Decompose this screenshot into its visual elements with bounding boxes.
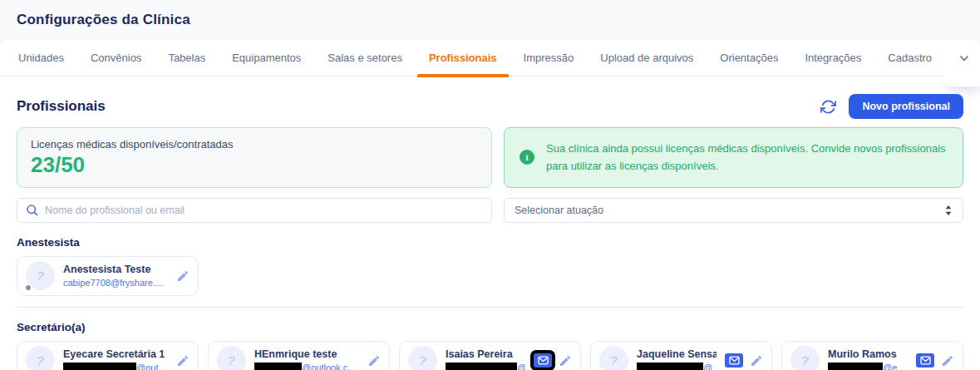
redacted-email-prefix [254, 363, 302, 370]
tab-equipamentos[interactable]: Equipamentos [232, 40, 301, 76]
professional-name: Jaqueline Sensacao [637, 348, 717, 360]
card-actions [367, 354, 381, 368]
section-header: Profissionais Novo profissional [17, 94, 963, 119]
tab-upload-de-arquivos[interactable]: Upload de arquivos [600, 40, 693, 76]
professional-card[interactable]: ?Jaqueline Sensacao@gmail.com [590, 341, 772, 370]
email-text: @eyecarehealth.... [517, 363, 525, 370]
page-header: Configurações da Clínica [0, 0, 980, 40]
professional-email: @outlook.com.br [254, 363, 359, 370]
avatar: ? [217, 346, 246, 370]
professional-name: Murilo Ramos [828, 348, 908, 360]
section-divider [17, 307, 963, 308]
settings-panel: UnidadesConvêniosTabelasEquipamentosSala… [0, 40, 980, 370]
tab-cadastro[interactable]: Cadastro [888, 40, 932, 76]
licenses-value: 23/50 [31, 153, 478, 177]
tab-profissionais[interactable]: Profissionais [429, 40, 497, 76]
professional-info: Eyecare Secretária 1@outlook.com [63, 348, 168, 370]
professional-name: Isaias Pereira [446, 348, 525, 360]
send-invite-email-icon[interactable] [534, 353, 552, 368]
avatar: ? [408, 346, 437, 370]
professional-info: Anestesista Testecabipe7708@fryshare.com [63, 264, 168, 288]
tab-salas-e-setores[interactable]: Salas e setores [327, 40, 402, 76]
chevron-down-icon [958, 52, 970, 64]
avatar: ? [26, 261, 55, 290]
professional-name: Eyecare Secretária 1 [63, 348, 168, 360]
section-title: Profissionais [17, 98, 106, 115]
tab-impressao[interactable]: Impressão [524, 40, 574, 76]
send-invite-email-icon[interactable] [916, 353, 934, 368]
tab-orientacoes[interactable]: Orientações [720, 40, 778, 76]
redacted-email-prefix [63, 363, 136, 370]
question-mark-icon: ? [800, 353, 810, 368]
new-professional-button[interactable]: Novo profissional [849, 94, 963, 119]
professional-card[interactable]: ?Murilo Ramos@eyecarehealt... [781, 341, 963, 370]
group-title: Anestesista [17, 236, 963, 249]
avatar: ? [790, 346, 820, 370]
role-select-value: Selecionar atuação [515, 205, 603, 216]
professional-name: Anestesista Teste [63, 264, 168, 275]
email-text: @outlook.com [136, 363, 168, 370]
info-icon: i [520, 150, 534, 165]
question-mark-icon: ? [417, 353, 428, 368]
professional-info: Isaias Pereira@eyecarehealth.... [446, 348, 525, 370]
tab-tabelas[interactable]: Tabelas [168, 40, 205, 76]
question-mark-icon: ? [35, 268, 46, 284]
edit-professional-icon[interactable] [176, 269, 190, 283]
professional-info: HEnmrique teste@outlook.com.br [254, 348, 359, 370]
professional-card[interactable]: ?Isaias Pereira@eyecarehealth.... [399, 341, 581, 370]
redacted-email-prefix [637, 363, 703, 370]
avatar: ? [599, 346, 628, 370]
question-mark-icon: ? [608, 353, 619, 368]
professional-info: Jaqueline Sensacao@gmail.com [637, 348, 717, 370]
redacted-email-prefix [828, 363, 883, 370]
tab-list: UnidadesConvêniosTabelasEquipamentosSala… [18, 40, 932, 76]
professional-email: @eyecarehealth.... [446, 363, 525, 370]
licenses-label: Licenças médicas disponíveis/contratadas [31, 138, 478, 150]
edit-professional-icon[interactable] [367, 354, 381, 368]
card-actions [176, 354, 190, 368]
tab-convenios[interactable]: Convênios [91, 40, 141, 76]
licenses-card: Licenças médicas disponíveis/contratadas… [17, 127, 492, 188]
tab-unidades[interactable]: Unidades [18, 40, 64, 76]
professional-card[interactable]: ?HEnmrique teste@outlook.com.br [208, 341, 390, 370]
edit-professional-icon[interactable] [559, 354, 572, 368]
redacted-email-prefix [446, 363, 517, 370]
professional-cards: ?Eyecare Secretária 1@outlook.com?HEnmri… [17, 341, 963, 370]
card-actions [725, 353, 763, 368]
edit-professional-icon[interactable] [941, 354, 954, 368]
edit-professional-icon[interactable] [176, 354, 190, 368]
professional-email: @gmail.com [637, 363, 717, 370]
professional-name: HEnmrique teste [254, 348, 359, 360]
email-text: cabipe7708@fryshare.com [63, 278, 168, 288]
tab-integracoes[interactable]: Integrações [805, 40, 861, 76]
search-icon [26, 204, 38, 216]
professional-cards: ?Anestesista Testecabipe7708@fryshare.co… [17, 256, 963, 296]
search-input[interactable] [45, 205, 483, 216]
professional-email: @eyecarehealt... [828, 363, 908, 370]
email-text: @outlook.com.br [302, 363, 359, 370]
card-actions [176, 269, 190, 283]
status-dot [24, 284, 32, 292]
avatar: ? [26, 346, 55, 370]
refresh-icon[interactable] [820, 99, 836, 115]
card-actions [916, 353, 954, 368]
question-mark-icon: ? [35, 353, 46, 368]
send-invite-email-icon[interactable] [725, 353, 743, 368]
professional-email: cabipe7708@fryshare.com [63, 278, 168, 288]
professional-card[interactable]: ?Anestesista Testecabipe7708@fryshare.co… [17, 256, 199, 296]
up-down-arrows-icon [944, 205, 953, 216]
professional-groups: Anestesista?Anestesista Testecabipe7708@… [17, 236, 963, 370]
licenses-notice: i Sua clínica ainda possui licenças médi… [504, 127, 963, 188]
role-select[interactable]: Selecionar atuação [504, 198, 963, 223]
email-text: @gmail.com [703, 363, 717, 370]
tab-bar: UnidadesConvêniosTabelasEquipamentosSala… [0, 40, 980, 76]
notice-text: Sua clínica ainda possui licenças médica… [546, 140, 948, 175]
professional-email: @outlook.com [63, 363, 168, 370]
professional-card[interactable]: ?Eyecare Secretária 1@outlook.com [17, 341, 199, 370]
group-title: Secretário(a) [17, 321, 963, 333]
tab-overflow-button[interactable] [958, 40, 970, 76]
email-text: @eyecarehealt... [883, 363, 908, 370]
edit-professional-icon[interactable] [750, 354, 763, 368]
page-title: Configurações da Clínica [17, 12, 190, 28]
tab-overflow-popover-stub [942, 62, 980, 86]
